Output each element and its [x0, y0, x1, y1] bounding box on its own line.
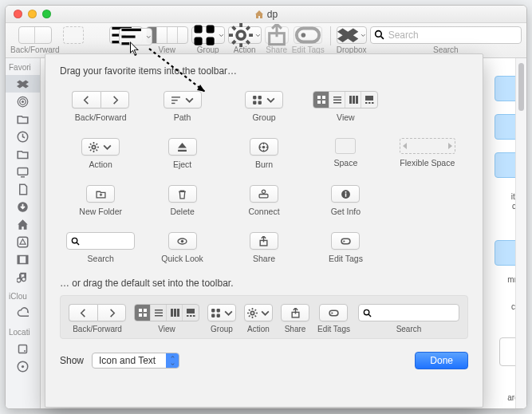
chevron-down-icon: [361, 33, 366, 38]
vertical-scrollbar[interactable]: [515, 58, 526, 408]
sidebar-item-folder-2[interactable]: [6, 145, 40, 163]
scrollbar-thumb[interactable]: [518, 63, 524, 111]
folder-icon: [17, 113, 29, 125]
list-view-icon: [154, 308, 164, 317]
dropbox-button[interactable]: [337, 26, 367, 44]
burn-icon: [258, 142, 269, 152]
group-button[interactable]: [191, 26, 225, 44]
gear-icon: [247, 308, 258, 318]
sidebar-item-music[interactable]: [6, 268, 40, 286]
list-view-icon: [333, 95, 342, 104]
mouse-cursor-icon: [130, 41, 143, 57]
zoom-window-button[interactable]: [42, 10, 51, 18]
default-action[interactable]: Action: [244, 304, 273, 333]
chevron-down-icon: [146, 34, 152, 40]
toolbar-divider: [330, 26, 331, 45]
default-edit-tags[interactable]: Edit Tags: [317, 304, 350, 333]
item-space[interactable]: Space: [305, 138, 386, 169]
sidebar-item-desktop[interactable]: [6, 163, 40, 180]
dropbox-icon: [337, 25, 358, 45]
sidebar-item-applications[interactable]: [6, 233, 40, 250]
chevron-down-icon: [219, 33, 224, 38]
doc-icon: [17, 183, 29, 195]
sidebar-item-disc[interactable]: [6, 357, 40, 375]
default-back-forward[interactable]: Back/Forward: [69, 304, 126, 333]
folder-icon: [17, 148, 29, 160]
item-flexible-space[interactable]: Flexible Space: [387, 138, 468, 169]
sidebar-item-downloads[interactable]: [6, 198, 40, 215]
toolbar-items-grid: Back/Forward Path Group View Action: [60, 91, 468, 263]
sidebar-item-disk[interactable]: [6, 340, 40, 357]
window-title: dp: [6, 9, 526, 20]
sidebar-item-icloud[interactable]: [6, 304, 40, 321]
default-share[interactable]: Share: [281, 304, 309, 333]
sidebar-item-home[interactable]: [6, 215, 40, 233]
share-icon: [266, 24, 288, 46]
chevron-left-icon: [78, 308, 89, 318]
item-edit-tags[interactable]: Edit Tags: [305, 232, 386, 263]
select-stepper-icon: [166, 353, 179, 368]
sidebar-item-documents[interactable]: [6, 180, 40, 198]
column-view-icon: [349, 95, 358, 104]
sheet-instruction-bottom: … or drag the default set into the toolb…: [60, 278, 468, 289]
search-icon: [363, 309, 372, 317]
default-group[interactable]: Group: [207, 304, 236, 333]
done-button[interactable]: Done: [415, 352, 468, 369]
eject-icon: [177, 142, 187, 152]
home-icon: [254, 10, 264, 19]
search-input[interactable]: [370, 26, 522, 44]
item-delete[interactable]: Delete: [141, 185, 223, 216]
show-select[interactable]: Icon and Text: [92, 353, 179, 369]
item-quick-look[interactable]: Quick Look: [141, 232, 223, 263]
cloud-icon: [17, 307, 29, 319]
edit-tags-button[interactable]: [294, 26, 322, 44]
flexible-space-icon: [400, 138, 455, 154]
item-eject[interactable]: Eject: [141, 138, 223, 169]
item-get-info[interactable]: Get Info: [305, 185, 386, 216]
gallery-view-icon: [365, 95, 374, 104]
connect-icon: [258, 189, 269, 199]
home-icon: [17, 219, 29, 231]
close-window-button[interactable]: [14, 10, 22, 18]
item-search[interactable]: Search: [60, 232, 141, 263]
item-connect[interactable]: Connect: [223, 185, 305, 216]
search-icon: [374, 30, 384, 40]
sidebar-item-folder-1[interactable]: [6, 110, 40, 128]
item-group[interactable]: Group: [223, 91, 305, 122]
item-action[interactable]: Action: [60, 138, 141, 169]
titlebar: dp: [6, 6, 526, 23]
item-burn[interactable]: Burn: [223, 138, 305, 169]
eye-icon: [177, 236, 187, 246]
chevron-right-icon: [107, 308, 117, 318]
default-view[interactable]: View: [134, 304, 199, 333]
sidebar-item-movies[interactable]: [6, 250, 40, 268]
share-icon: [290, 308, 301, 318]
sidebar-item-recents[interactable]: [6, 128, 40, 145]
toolbar-proxy-slot[interactable]: [63, 26, 84, 44]
gear-icon: [89, 142, 99, 152]
chevron-down-icon: [260, 308, 270, 318]
grid-view-icon: [138, 308, 148, 317]
download-icon: [17, 201, 29, 213]
gallery-view-icon: [186, 308, 195, 317]
action-button[interactable]: [228, 26, 262, 44]
back-forward-control[interactable]: [18, 26, 52, 44]
item-new-folder[interactable]: New Folder: [60, 185, 141, 216]
item-view[interactable]: View: [305, 91, 386, 122]
sidebar-item-dropbox[interactable]: [6, 75, 40, 93]
sidebar-item-airdrop[interactable]: [6, 93, 40, 110]
item-back-forward[interactable]: Back/Forward: [60, 91, 141, 122]
tag-icon: [329, 308, 339, 318]
desktop-icon: [17, 166, 29, 178]
movie-icon: [17, 254, 29, 266]
default-search[interactable]: Search: [358, 304, 459, 333]
minimize-window-button[interactable]: [28, 10, 37, 18]
sidebar: Favori iClou Locati: [6, 58, 41, 408]
customize-toolbar-sheet: Drag your favorite items into the toolba…: [45, 53, 483, 408]
sidebar-heading-icloud: iClou: [6, 290, 40, 304]
default-set[interactable]: Back/Forward View Group Action Share: [60, 295, 468, 339]
chevron-down-icon: [102, 142, 112, 152]
item-share[interactable]: Share: [223, 232, 305, 263]
chevron-down-icon: [255, 33, 261, 38]
share-button[interactable]: [265, 26, 289, 44]
